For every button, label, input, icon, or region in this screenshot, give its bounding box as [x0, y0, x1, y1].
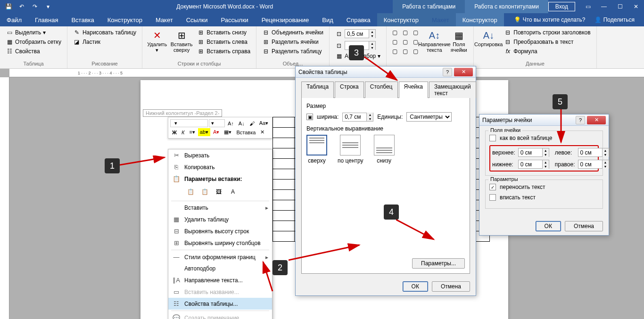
same-as-table-checkbox[interactable]: [489, 135, 496, 141]
minimize-icon[interactable]: —: [596, 0, 612, 13]
valign-middle[interactable]: по центру: [338, 135, 363, 164]
undo-icon[interactable]: ↶: [16, 1, 27, 12]
tab-table-layout[interactable]: Макет: [425, 13, 456, 26]
dialog2-close-icon[interactable]: ✕: [587, 116, 606, 124]
tab-insert[interactable]: Вставка: [65, 13, 100, 26]
sort-button[interactable]: A↓Сортировка: [478, 28, 499, 48]
tab-design[interactable]: Конструктор: [101, 13, 149, 26]
units-select[interactable]: Сантиметры: [406, 112, 452, 122]
dlg1-tab-table[interactable]: Таблица: [301, 82, 334, 98]
tab-layout[interactable]: Макет: [149, 13, 180, 26]
cm-cut[interactable]: ✂Вырезать: [168, 149, 272, 161]
cm-distribute-cols[interactable]: ⊞Выровнять ширину столбцов: [168, 237, 272, 249]
paste-keep-source-icon[interactable]: 📋: [184, 186, 197, 198]
margin-left-input[interactable]: ▲▼: [578, 148, 609, 157]
select-button[interactable]: ▭Выделить ▾: [4, 28, 63, 37]
dialog1-help-icon[interactable]: ?: [443, 68, 452, 76]
tell-me[interactable]: 💡 Что вы хотите сделать?: [514, 16, 585, 23]
mini-insert-button[interactable]: Вставка: [234, 129, 257, 136]
paste-picture-icon[interactable]: 🖼: [213, 186, 225, 198]
convert-to-text-button[interactable]: ⊟Преобразовать в текст: [502, 38, 592, 46]
delete-button[interactable]: ✕Удалить▾: [146, 28, 168, 54]
insert-right-button[interactable]: ⊞Вставить справа: [195, 47, 252, 56]
font-name-selector[interactable]: ▾: [170, 119, 208, 127]
vertical-ruler[interactable]: [0, 77, 9, 319]
maximize-icon[interactable]: ☐: [612, 0, 628, 13]
styles-icon[interactable]: Aa▾: [257, 119, 270, 127]
valign-bottom[interactable]: снизу: [374, 135, 395, 164]
dialog1-close-icon[interactable]: ✕: [454, 68, 473, 76]
tab-view[interactable]: Вид: [315, 13, 340, 26]
font-size-selector[interactable]: ▾: [209, 119, 225, 127]
tab-home[interactable]: Главная: [28, 13, 65, 26]
tab-review[interactable]: Рецензирование: [255, 13, 315, 26]
width-checkbox[interactable]: ▣: [306, 114, 313, 120]
tab-table-design[interactable]: Конструктор: [377, 13, 425, 26]
ribbon-options-icon[interactable]: ▭: [580, 0, 596, 13]
eraser-button[interactable]: ◪Ластик: [71, 38, 138, 46]
dlg1-tab-row[interactable]: Строка: [335, 82, 364, 98]
cm-delete-table[interactable]: ▦Удалить таблицу: [168, 213, 272, 225]
dlg2-ok-button[interactable]: ОК: [536, 221, 561, 231]
repeat-header-button[interactable]: ⊟Повторить строки заголовков: [502, 28, 592, 37]
shrink-font-icon[interactable]: A↓: [237, 120, 247, 127]
grow-font-icon[interactable]: A↑: [226, 120, 236, 127]
cm-insert[interactable]: Вставить▸: [168, 202, 272, 213]
mini-delete-icon[interactable]: ✕: [258, 128, 266, 136]
tab-file[interactable]: Файл: [0, 13, 28, 26]
font-color-icon[interactable]: A▾: [211, 128, 221, 136]
cm-distribute-rows[interactable]: ⊟Выровнять высоту строк: [168, 225, 272, 237]
login-button[interactable]: Вход: [548, 2, 575, 11]
align-tr[interactable]: ▢: [411, 28, 421, 37]
tab-mailings[interactable]: Рассылки: [214, 13, 255, 26]
italic-icon[interactable]: К: [180, 129, 186, 136]
highlight-icon[interactable]: ab▾: [198, 128, 210, 136]
valign-top[interactable]: сверху: [306, 135, 327, 164]
paste-text-only-icon[interactable]: A: [227, 186, 239, 198]
cm-table-properties[interactable]: ☷Свойства таблицы...: [168, 298, 272, 310]
align-ml[interactable]: ▢: [390, 38, 400, 46]
redo-icon[interactable]: ↷: [29, 1, 41, 12]
gridlines-button[interactable]: ▦Отобразить сетку: [4, 38, 63, 46]
dialog2-help-icon[interactable]: ?: [576, 116, 585, 124]
split-cells-button[interactable]: ⊞Разделить ячейки: [260, 38, 325, 46]
cm-autofit[interactable]: Автоподбор▸: [168, 263, 272, 274]
close-icon[interactable]: ✕: [628, 0, 644, 13]
tab-help[interactable]: Справка: [340, 13, 377, 26]
align-mc[interactable]: ▢: [401, 38, 410, 46]
qat-more-icon[interactable]: ▾: [42, 1, 54, 12]
align-bc[interactable]: ▢: [401, 47, 410, 56]
dlg1-tab-alttext[interactable]: Замещающий текст: [429, 82, 476, 98]
dlg2-cancel-button[interactable]: Отмена: [565, 221, 603, 231]
wrap-text-checkbox[interactable]: ✓: [489, 184, 496, 190]
insert-above-button[interactable]: ⊞Вставить сверху: [171, 28, 192, 54]
cm-border-styles[interactable]: —Стили оформления границ▸: [168, 251, 272, 263]
cell-options-button[interactable]: Параметры...: [412, 258, 465, 269]
align-tl[interactable]: ▢: [390, 28, 400, 37]
cm-text-direction[interactable]: ∥AНаправление текста...: [168, 274, 272, 286]
text-direction-button[interactable]: A↕Направление текста: [423, 28, 445, 54]
tab-references[interactable]: Ссылки: [180, 13, 215, 26]
tab-hf-design[interactable]: Конструктор: [456, 13, 504, 26]
align-bl[interactable]: ▢: [390, 47, 400, 56]
save-icon[interactable]: 💾: [3, 1, 14, 12]
cm-copy[interactable]: ⎘Копировать: [168, 161, 272, 173]
margin-top-input[interactable]: ▲▼: [518, 148, 549, 157]
properties-button[interactable]: ☷Свойства: [4, 47, 63, 56]
row-height-input[interactable]: ⊡▲▼: [333, 28, 382, 39]
share-button[interactable]: 👤 Поделиться: [594, 16, 635, 23]
dlg1-tab-cell[interactable]: Ячейка: [399, 82, 428, 98]
insert-below-button[interactable]: ⊞Вставить снизу: [195, 28, 252, 37]
dlg1-cancel-button[interactable]: Отмена: [432, 281, 470, 292]
margin-bottom-input[interactable]: ▲▼: [518, 160, 549, 169]
margin-right-input[interactable]: ▲▼: [578, 160, 609, 169]
align-tc[interactable]: ▢: [401, 28, 410, 37]
split-table-button[interactable]: ⊟Разделить таблицу: [260, 47, 325, 56]
borders-icon[interactable]: ▦▾: [222, 128, 233, 136]
formula-button[interactable]: fxФормула: [502, 47, 592, 56]
fit-text-checkbox[interactable]: [489, 194, 496, 201]
paste-merge-icon[interactable]: 📋: [198, 186, 211, 198]
bold-icon[interactable]: Ж: [170, 129, 179, 136]
draw-table-button[interactable]: ✎Нарисовать таблицу: [71, 28, 138, 37]
merge-cells-button[interactable]: ⊟Объединить ячейки: [260, 28, 325, 37]
